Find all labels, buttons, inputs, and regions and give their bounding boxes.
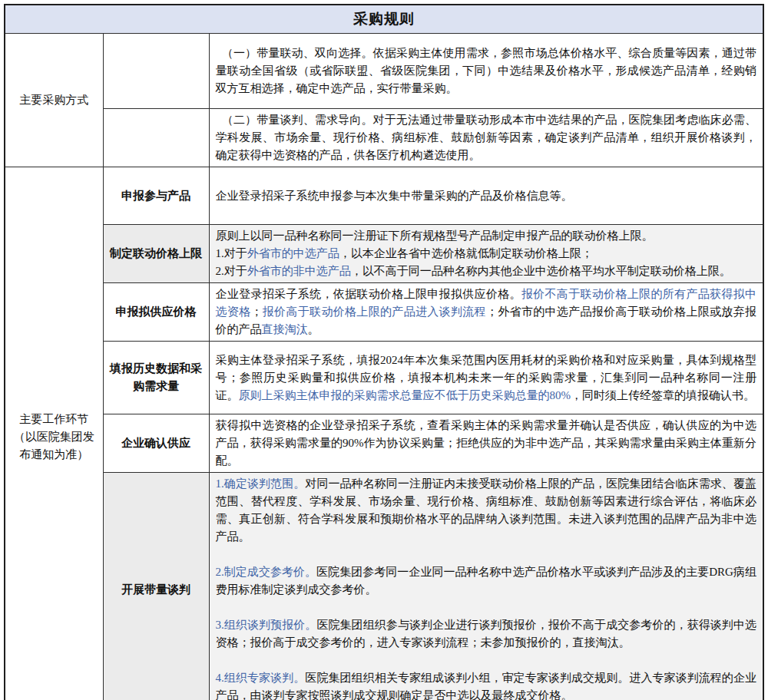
highlighted-text: 直接淘汰 <box>262 323 308 335</box>
step-content: 原则上以同一品种名称同一注册证下所有规格型号产品制定申报产品的联动价格上限。1.… <box>209 225 763 283</box>
step-label <box>103 34 209 109</box>
content-paragraph: （二）带量谈判、需求导向。对于无法通过带量联动形成本市中选结果的产品，医院集团考… <box>216 111 757 164</box>
step-content: 采购主体登录招采子系统，填报2024年本次集采范围内医用耗材的采购价格和对应采购… <box>209 342 763 414</box>
content-paragraph: 4.组织专家谈判。医院集团组织相关专家组成谈判小组，审定专家谈判成交规则。进入专… <box>216 669 757 700</box>
table-row: 申报拟供应价格企业登录招采子系统，依据联动价格上限申报拟供应价格。报价不高于联动… <box>5 283 763 342</box>
procurement-table: 采购规则 主要采购方式（一）带量联动、双向选择。依据采购主体使用需求，参照市场总… <box>4 4 764 700</box>
body-text: ； <box>250 305 262 318</box>
content-paragraph: 企业登录招采子系统申报参与本次集中带量采购的产品及价格信息等。 <box>216 187 757 205</box>
highlighted-text: 报价高于联动价格上限的产品进入谈判流程 <box>262 305 485 318</box>
page-title: 采购规则 <box>5 5 763 34</box>
table-row: 企业确认供应获得拟中选资格的企业登录招采子系统，查看采购主体的采购需求量并确认是… <box>5 414 763 473</box>
body-text: ，以本企业各省中选价格就低制定联动价格上限； <box>339 247 593 259</box>
group-label: 主要工作环节（以医院集团发布通知为准） <box>5 167 103 700</box>
table-row: 填报历史数据和采购需求量采购主体登录招采子系统，填报2024年本次集采范围内医用… <box>5 342 763 414</box>
procurement-rules-document: 采购规则 主要采购方式（一）带量联动、双向选择。依据采购主体使用需求，参照市场总… <box>0 0 768 700</box>
step-label <box>103 109 209 167</box>
highlighted-text: 3.组织谈判预报价。 <box>216 619 317 631</box>
highlighted-text: 外省市的非中选产品 <box>247 265 351 277</box>
step-content: 获得拟中选资格的企业登录招采子系统，查看采购主体的采购需求量并确认是否供应，确认… <box>209 414 763 473</box>
content-paragraph: 1.对于外省市的中选产品，以本企业各省中选价格就低制定联动价格上限； <box>216 245 757 262</box>
step-content: 企业登录招采子系统，依据联动价格上限申报拟供应价格。报价不高于联动价格上限的所有… <box>209 283 763 342</box>
step-label: 制定联动价格上限 <box>103 225 209 283</box>
content-paragraph: 获得拟中选资格的企业登录招采子系统，查看采购主体的采购需求量并确认是否供应，确认… <box>216 417 757 470</box>
group-label: 主要采购方式 <box>5 34 103 167</box>
highlighted-text: 原则上采购主体申报的采购需求总量应不低于历史采购总量的80% <box>239 389 571 401</box>
body-text: ，以不高于同一品种名称内其他企业中选价格平均水平制定联动价格上限。 <box>351 265 731 277</box>
step-label: 开展带量谈判 <box>103 473 209 700</box>
step-label: 申报拟供应价格 <box>103 283 209 342</box>
content-paragraph: 原则上以同一品种名称同一注册证下所有规格型号产品制定申报产品的联动价格上限。 <box>216 227 757 245</box>
body-text: 原则上以同一品种名称同一注册证下所有规格型号产品制定申报产品的联动价格上限。 <box>216 229 654 242</box>
body-text: ，同时须上传经签章的填报确认书。 <box>571 389 755 401</box>
table-row: 主要工作环节（以医院集团发布通知为准）申报参与产品企业登录招采子系统申报参与本次… <box>5 167 763 225</box>
step-content: 企业登录招采子系统申报参与本次集中带量采购的产品及价格信息等。 <box>209 167 763 225</box>
table-row: 主要采购方式（一）带量联动、双向选择。依据采购主体使用需求，参照市场总体价格水平… <box>5 34 763 109</box>
body-text: （二）带量谈判、需求导向。对于无法通过带量联动形成本市中选结果的产品，医院集团考… <box>216 114 757 161</box>
title-row: 采购规则 <box>5 5 763 34</box>
content-paragraph: 2.制定成交参考价。医院集团参考同一企业同一品种名称中选产品价格水平或谈判产品涉… <box>216 563 757 599</box>
step-content: （二）带量谈判、需求导向。对于无法通过带量联动形成本市中选结果的产品，医院集团考… <box>209 109 763 167</box>
highlighted-text: 4.组织专家谈判。 <box>216 672 306 684</box>
content-paragraph: 1.确定谈判范围。对同一品种名称同一注册证内未接受联动价格上限的产品，医院集团结… <box>216 475 757 546</box>
step-content: 1.确定谈判范围。对同一品种名称同一注册证内未接受联动价格上限的产品，医院集团结… <box>209 473 763 700</box>
body-text: 1.对于 <box>216 247 247 259</box>
content-paragraph: 采购主体登录招采子系统，填报2024年本次集采范围内医用耗材的采购价格和对应采购… <box>216 352 757 404</box>
step-label: 申报参与产品 <box>103 167 209 225</box>
step-label: 填报历史数据和采购需求量 <box>103 342 209 414</box>
body-text: 企业登录招采子系统申报参与本次集中带量采购的产品及价格信息等。 <box>216 190 573 202</box>
table-row: 制定联动价格上限原则上以同一品种名称同一注册证下所有规格型号产品制定申报产品的联… <box>5 225 763 283</box>
content-paragraph: （一）带量联动、双向选择。依据采购主体使用需求，参照市场总体价格水平、综合质量等… <box>216 45 757 97</box>
highlighted-text: 1.确定谈判范围。 <box>216 477 306 490</box>
table-row: （二）带量谈判、需求导向。对于无法通过带量联动形成本市中选结果的产品，医院集团考… <box>5 109 763 167</box>
body-text: 。 <box>308 323 319 335</box>
step-content: （一）带量联动、双向选择。依据采购主体使用需求，参照市场总体价格水平、综合质量等… <box>209 34 763 109</box>
body-text: （一）带量联动、双向选择。依据采购主体使用需求，参照市场总体价格水平、综合质量等… <box>216 47 757 94</box>
content-paragraph: 企业登录招采子系统，依据联动价格上限申报拟供应价格。报价不高于联动价格上限的所有… <box>216 286 757 338</box>
content-paragraph: 2.对于外省市的非中选产品，以不高于同一品种名称内其他企业中选价格平均水平制定联… <box>216 262 757 280</box>
table-body: 主要采购方式（一）带量联动、双向选择。依据采购主体使用需求，参照市场总体价格水平… <box>5 34 763 700</box>
highlighted-text: 外省市的中选产品 <box>247 247 339 259</box>
body-text: 2.对于 <box>216 265 247 277</box>
table-row: 开展带量谈判1.确定谈判范围。对同一品种名称同一注册证内未接受联动价格上限的产品… <box>5 473 763 700</box>
content-paragraph: 3.组织谈判预报价。医院集团组织参与谈判企业进行谈判预报价，报价不高于成交参考价… <box>216 616 757 652</box>
highlighted-text: 2.制定成交参考价。 <box>216 566 317 578</box>
body-text: 获得拟中选资格的企业登录招采子系统，查看采购主体的采购需求量并确认是否供应，确认… <box>216 419 757 467</box>
body-text: 企业登录招采子系统，依据联动价格上限申报拟供应价格。 <box>216 288 521 300</box>
step-label: 企业确认供应 <box>103 414 209 473</box>
